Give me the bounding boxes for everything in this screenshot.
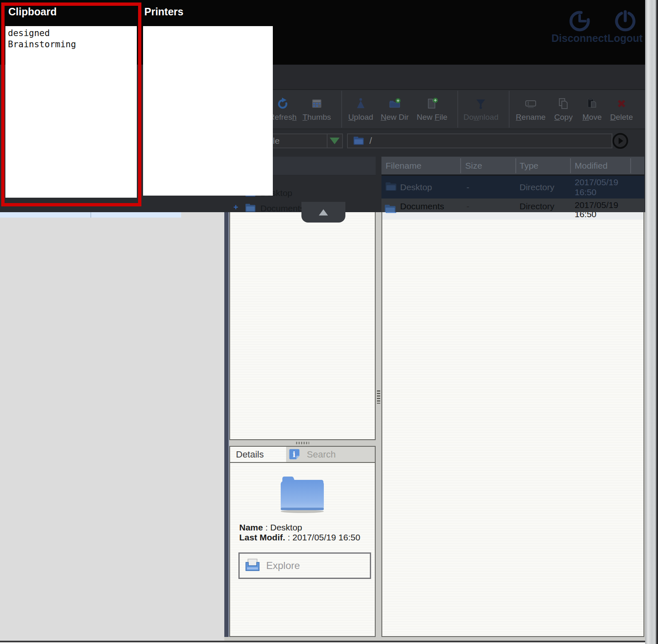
logout-label: Logout (601, 32, 649, 44)
explore-label: Explore (266, 554, 300, 578)
splitter-grip-icon (377, 390, 380, 404)
collapse-arrow-icon (319, 209, 328, 215)
tab-search-label: Search (307, 447, 336, 462)
tree-panel (229, 157, 376, 440)
printers-panel[interactable] (143, 26, 273, 196)
detail-name-sep: : (263, 523, 270, 532)
detail-name-value: Desktop (270, 523, 302, 532)
detail-name-line: Name : Desktop (239, 522, 302, 533)
left-area (0, 211, 224, 641)
detail-modif-value: 2017/05/19 16:50 (292, 533, 360, 542)
table-row-documents[interactable]: 16:50 (382, 199, 643, 220)
explore-button[interactable]: Explore (238, 552, 371, 579)
menu-pull-tab[interactable] (301, 202, 345, 223)
clipboard-textarea[interactable]: designed Brainstorming (5, 26, 137, 198)
folder-icon (385, 203, 397, 214)
tab-search[interactable]: Search (301, 447, 375, 462)
disconnect-button[interactable]: Disconnect (551, 8, 607, 45)
column-edge (224, 211, 229, 637)
tab-details-label: Details (236, 447, 264, 462)
bottom-white-strip (0, 642, 658, 644)
disconnect-clock-icon (568, 9, 592, 33)
svg-text:i: i (293, 450, 296, 459)
vertical-splitter[interactable] (376, 211, 381, 637)
explore-icon (245, 558, 260, 572)
screen: Details i Search (0, 0, 658, 644)
detail-modif-line: Last Modif. : 2017/05/19 16:50 (239, 532, 360, 543)
horizontal-splitter[interactable] (229, 440, 376, 446)
page-right-edge (656, 0, 658, 644)
logout-power-icon (613, 9, 637, 33)
detail-modif-sep: : (285, 533, 293, 542)
details-panel: Details i Search (229, 446, 376, 637)
file-list-panel: 16:50 (381, 157, 644, 637)
page-scrollbar[interactable] (645, 0, 656, 644)
splitter-grip-icon (296, 442, 309, 444)
left-blue-row-divider (90, 211, 91, 218)
disconnect-label: Disconnect (551, 32, 607, 44)
selected-folder-icon (277, 473, 328, 513)
tab-bar-border (230, 462, 375, 463)
info-icon: i (288, 448, 301, 460)
logout-button[interactable]: Logout (601, 8, 649, 45)
details-tab-bar: Details i Search (230, 447, 375, 462)
detail-name-label: Name (239, 523, 263, 532)
tab-details[interactable]: Details (230, 447, 286, 462)
cell-modified-time: 16:50 (575, 209, 597, 219)
detail-modif-label: Last Modif. (239, 533, 285, 542)
